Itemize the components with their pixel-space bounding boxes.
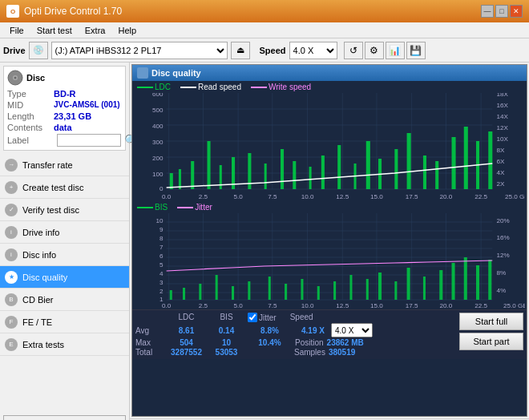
minimize-button[interactable]: — (481, 5, 494, 18)
svg-rect-100 (301, 279, 303, 300)
svg-text:0: 0 (160, 185, 164, 192)
drive-icon-btn[interactable]: 💿 (29, 42, 48, 59)
top-chart: 600 500 400 300 200 100 0 18X 16X 14X 12… (134, 93, 525, 201)
svg-text:15.0: 15.0 (370, 302, 383, 309)
svg-text:2.5: 2.5 (199, 193, 208, 200)
svg-rect-97 (248, 281, 250, 300)
drivebar: Drive 💿 (J:) ATAPI iHBS312 2 PL17 ⏏ Spee… (0, 38, 529, 63)
svg-text:10.0: 10.0 (301, 193, 314, 200)
sidebar-item-label: CD Bier (22, 295, 54, 305)
start-full-button[interactable]: Start full (459, 313, 523, 330)
svg-rect-34 (366, 141, 370, 189)
sidebar-item-label: Extra tests (22, 340, 64, 349)
sidebar-item-disc-quality[interactable]: ★ Disc quality (0, 266, 129, 289)
svg-text:16%: 16% (496, 234, 509, 241)
svg-text:200: 200 (152, 155, 164, 162)
disc-length-row: Length 23,31 GB (7, 111, 122, 121)
sidebar-item-cd-bier[interactable]: B CD Bier (0, 289, 129, 311)
sidebar-item-create-test-disc[interactable]: + Create test disc (0, 176, 129, 199)
svg-rect-108 (423, 277, 426, 300)
speed-select[interactable]: 4.0 X 1.0 X 2.0 X 6.0 X 8.0 X (289, 42, 337, 59)
svg-text:16X: 16X (496, 102, 508, 109)
svg-text:10.0: 10.0 (301, 302, 314, 309)
eject-button[interactable]: ⏏ (231, 42, 250, 59)
sidebar-item-verify-test-disc[interactable]: ✓ Verify test disc (0, 199, 129, 221)
window-controls: — □ ✕ (481, 5, 523, 18)
stats-avg-label: Avg (135, 326, 164, 335)
disc-quality-header-icon (137, 67, 148, 79)
svg-rect-107 (407, 268, 410, 300)
svg-rect-104 (366, 279, 369, 300)
sidebar-item-fe-te[interactable]: F FE / TE (0, 311, 129, 333)
disc-type-row: Type BD-R (7, 89, 122, 99)
stats-total-bis: 53053 (208, 348, 244, 357)
svg-text:22.5: 22.5 (474, 193, 487, 200)
chart-icon[interactable]: 📊 (386, 42, 405, 59)
svg-rect-112 (476, 265, 479, 300)
svg-rect-39 (435, 161, 438, 189)
position-label: Position (295, 338, 324, 347)
speed-result-select[interactable]: 4.0 X (331, 323, 373, 337)
svg-text:12.5: 12.5 (336, 302, 349, 309)
disc-mid-key: MID (7, 100, 54, 110)
cd-bier-icon: B (5, 293, 18, 306)
svg-rect-40 (452, 137, 456, 189)
svg-point-2 (14, 77, 17, 79)
save-icon[interactable]: 💾 (406, 42, 426, 59)
legend-ldc: LDC (137, 83, 171, 91)
app-title: Opti Drive Control 1.70 (24, 6, 122, 17)
sidebar-item-extra-tests[interactable]: E Extra tests (0, 333, 129, 356)
disc-mid-row: MID JVC-AMS6L (001) (7, 100, 122, 110)
svg-rect-103 (349, 275, 352, 300)
disc-length-key: Length (7, 111, 54, 121)
svg-rect-99 (285, 284, 287, 300)
refresh-icon[interactable]: ↺ (344, 42, 363, 59)
status-window-button[interactable]: Status window >> (3, 415, 126, 420)
maximize-button[interactable]: □ (495, 5, 508, 18)
close-button[interactable]: ✕ (510, 5, 523, 18)
drive-select[interactable]: (J:) ATAPI iHBS312 2 PL17 (51, 42, 228, 59)
drive-info-icon: i (5, 226, 18, 239)
svg-rect-111 (464, 257, 467, 300)
sidebar-item-drive-info[interactable]: i Drive info (0, 221, 129, 244)
svg-text:5: 5 (160, 261, 164, 269)
jitter-checkbox[interactable] (248, 313, 257, 322)
disc-section-label: Disc (26, 73, 45, 83)
disc-icon (7, 70, 23, 86)
settings-icon[interactable]: ⚙ (365, 42, 384, 59)
stats-table: LDC BIS Jitter Speed Avg 8.61 (135, 313, 450, 357)
menu-file[interactable]: File (3, 24, 30, 37)
svg-text:6X: 6X (496, 158, 505, 165)
svg-text:3: 3 (160, 279, 164, 286)
svg-rect-22 (191, 161, 194, 189)
menu-help[interactable]: Help (111, 24, 143, 37)
verify-disc-icon: ✓ (5, 204, 18, 216)
stats-header-bis: BIS (208, 313, 244, 322)
main: Disc Type BD-R MID JVC-AMS6L (001) Lengt… (0, 63, 529, 420)
svg-rect-30 (309, 167, 312, 189)
samples-val: 380519 (329, 348, 355, 357)
stats-max-bis: 10 (208, 338, 244, 347)
svg-rect-38 (423, 155, 426, 189)
sidebar-item-disc-info[interactable]: i Disc info (0, 244, 129, 266)
svg-text:400: 400 (152, 123, 164, 130)
svg-rect-95 (216, 275, 218, 300)
start-part-button[interactable]: Start part (459, 333, 523, 350)
svg-rect-98 (269, 277, 271, 300)
menu-extra[interactable]: Extra (79, 24, 112, 37)
svg-text:8%: 8% (496, 269, 506, 277)
stats-avg-jitter: 8.8% (248, 326, 292, 335)
sidebar-item-transfer-rate[interactable]: → Transfer rate (0, 154, 129, 176)
svg-text:7.5: 7.5 (268, 302, 277, 309)
menu-start-test[interactable]: Start test (30, 24, 79, 37)
jitter-checkbox-area: Jitter (248, 313, 277, 322)
position-val: 23862 MB (327, 338, 364, 347)
action-buttons: Start full Start part (459, 313, 523, 350)
disc-label-input[interactable] (57, 134, 121, 147)
stats-max-label: Max (135, 338, 164, 347)
extra-tests-icon: E (5, 338, 18, 351)
svg-rect-23 (208, 141, 211, 189)
svg-rect-43 (488, 131, 492, 189)
stats-avg-speed-val: 4.19 X (295, 326, 331, 335)
stats-header-speed: Speed (280, 313, 324, 322)
